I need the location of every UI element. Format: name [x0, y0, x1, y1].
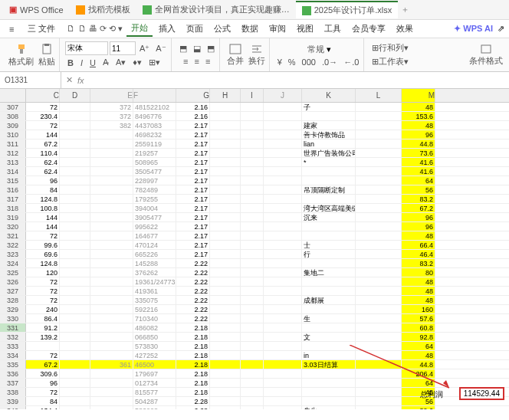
cell[interactable]: [356, 296, 402, 304]
cell[interactable]: 124.8: [26, 195, 60, 203]
cell[interactable]: [264, 130, 302, 139]
row-header[interactable]: 327: [0, 287, 26, 295]
cell[interactable]: [90, 259, 133, 267]
cell[interactable]: 91.2: [26, 323, 60, 332]
cell[interactable]: [90, 277, 133, 286]
cell[interactable]: 230.4: [26, 112, 60, 120]
cell[interactable]: 3905477: [133, 213, 176, 221]
cell[interactable]: [302, 342, 356, 350]
paste-button[interactable]: 粘贴: [37, 43, 57, 67]
cell[interactable]: [241, 333, 264, 341]
cell[interactable]: [60, 103, 90, 111]
cell[interactable]: 67.2: [26, 360, 60, 369]
row-header[interactable]: 337: [0, 379, 26, 387]
fontcolor-button[interactable]: A▾: [113, 57, 128, 68]
cell[interactable]: 179697: [133, 369, 176, 378]
cell[interactable]: [241, 369, 264, 378]
col-header[interactable]: H: [210, 89, 241, 102]
table-row[interactable]: 340134.45820082.28先生89.6: [0, 406, 509, 409]
cell[interactable]: 592216: [133, 305, 176, 313]
table-row[interactable]: 327724193612.2248: [0, 287, 509, 296]
cell[interactable]: [90, 406, 133, 409]
cell[interactable]: [210, 397, 241, 405]
cell[interactable]: [210, 167, 241, 176]
table-row[interactable]: 334724272522.18in48: [0, 351, 509, 360]
cell[interactable]: 72: [26, 121, 60, 130]
row-header[interactable]: 333: [0, 342, 26, 350]
cell[interactable]: [241, 379, 264, 387]
row-header[interactable]: 335: [0, 360, 26, 369]
cell[interactable]: [264, 222, 302, 231]
row-header[interactable]: 323: [0, 250, 26, 258]
cell[interactable]: 72: [26, 388, 60, 396]
cell[interactable]: 89.6: [402, 406, 435, 409]
cell[interactable]: 73.6: [402, 149, 435, 157]
col-header[interactable]: G: [176, 89, 210, 102]
cell[interactable]: [241, 305, 264, 313]
cell[interactable]: 46.4: [402, 250, 435, 258]
cell[interactable]: [241, 121, 264, 130]
cell[interactable]: [90, 231, 133, 240]
cell[interactable]: [302, 167, 356, 176]
table-row[interactable]: 336309.61796972.18206.4: [0, 369, 509, 379]
cell[interactable]: 57.6: [402, 314, 435, 323]
row-header[interactable]: 313: [0, 158, 26, 166]
row-header[interactable]: 309: [0, 121, 26, 130]
cell[interactable]: [356, 241, 402, 249]
cell[interactable]: [60, 268, 90, 277]
cell[interactable]: [90, 222, 133, 231]
cell[interactable]: [60, 130, 90, 139]
cell[interactable]: 110.4: [26, 149, 60, 157]
cell[interactable]: [264, 342, 302, 350]
row-header[interactable]: 330: [0, 314, 26, 323]
name-box[interactable]: O1331: [0, 72, 61, 88]
numfmt-select[interactable]: 常规: [305, 43, 327, 56]
cell[interactable]: [356, 139, 402, 148]
cell[interactable]: 2.17: [176, 241, 210, 249]
cell[interactable]: 文: [302, 333, 356, 341]
cell[interactable]: 144: [26, 222, 60, 231]
cell[interactable]: [90, 176, 133, 185]
cell[interactable]: 41.6: [402, 158, 435, 166]
cell[interactable]: 96: [402, 222, 435, 231]
cell[interactable]: 2.22: [176, 259, 210, 267]
cell[interactable]: [241, 314, 264, 323]
currency-button[interactable]: ¥: [275, 57, 284, 67]
tab-data[interactable]: 数据: [237, 21, 263, 36]
table-row[interactable]: 328723350752.22成都展48: [0, 296, 509, 305]
cell[interactable]: [90, 149, 133, 157]
cell[interactable]: 508965: [133, 158, 176, 166]
cell[interactable]: 沉来: [302, 213, 356, 221]
table-row[interactable]: 3097238244370832.17建家48: [0, 121, 509, 130]
worksheet-button[interactable]: ⊞ 工作表 ▾: [369, 55, 411, 68]
cell[interactable]: 行: [302, 250, 356, 258]
cell[interactable]: [210, 185, 241, 194]
cell[interactable]: 2.17: [176, 167, 210, 176]
cell[interactable]: 2.18: [176, 333, 210, 341]
add-tab-button[interactable]: ＋: [401, 4, 409, 15]
cell[interactable]: 815577: [133, 388, 176, 396]
tab-effect[interactable]: 效果: [392, 21, 418, 36]
hamburger-icon[interactable]: ≡: [5, 23, 18, 35]
cell[interactable]: [302, 287, 356, 295]
cell[interactable]: 2.17: [176, 204, 210, 212]
cell[interactable]: 4437083: [133, 121, 176, 130]
cell[interactable]: 372: [90, 112, 133, 120]
col-header[interactable]: M: [402, 89, 435, 102]
border-button[interactable]: ⊞▾: [146, 57, 163, 68]
cell[interactable]: 67.2: [26, 139, 60, 148]
strike-button[interactable]: A̶: [100, 57, 111, 68]
table-row[interactable]: 317124.81792552.1783.2: [0, 195, 509, 204]
row-header[interactable]: 324: [0, 259, 26, 267]
row-header[interactable]: 329: [0, 305, 26, 313]
cell[interactable]: 48: [402, 103, 435, 111]
cell[interactable]: 2.16: [176, 112, 210, 120]
cell[interactable]: [60, 379, 90, 387]
cell[interactable]: [210, 158, 241, 166]
cell[interactable]: 72: [26, 103, 60, 111]
cell[interactable]: 228997: [133, 176, 176, 185]
cell[interactable]: [210, 250, 241, 258]
cell[interactable]: [264, 406, 302, 409]
cell[interactable]: 2.17: [176, 222, 210, 231]
cell[interactable]: 164677: [133, 231, 176, 240]
